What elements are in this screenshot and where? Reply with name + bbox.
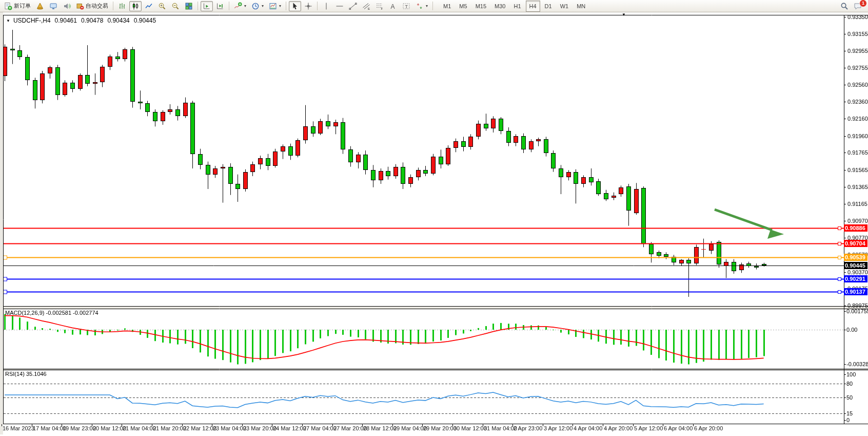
notifications-button[interactable]: 1 [852,1,864,11]
fibonacci-icon: F [376,2,384,10]
auto-scroll-icon [203,2,211,10]
text-icon: A [389,2,397,10]
chart-symbol-period: USDCHF-,H4 [13,17,51,24]
new-order-label: 新订单 [14,2,31,10]
vertical-line-button[interactable] [320,1,332,11]
chevron-down-icon: ▾ [279,4,281,8]
ohlc-high: 0.90478 [81,17,103,24]
crosshair-button[interactable] [302,1,314,11]
macd-label: MACD(12,26,9) -0.002581 -0.002774 [5,310,98,316]
zoom-out-icon [171,2,180,10]
trendline-icon [349,2,357,10]
svg-text:F: F [381,7,383,10]
tile-windows-button[interactable] [183,1,195,11]
chart-shift-icon [216,2,224,10]
ohlc-low: 0.90434 [107,17,129,24]
svg-text:A: A [391,3,395,10]
zoom-in-button[interactable] [156,1,168,11]
line-chart-icon [145,2,153,10]
channel-icon: E [362,2,370,10]
timeframe-button-MN[interactable]: MN [573,1,589,12]
cursor-icon [291,2,299,10]
sound-button[interactable] [61,1,73,11]
chevron-down-icon: ▾ [426,4,428,8]
toolbar-separator [198,2,198,10]
rsi-label: RSI(14) 35.1046 [5,371,47,377]
new-order-button[interactable]: 新订单 [2,1,33,11]
timeframe-button-M15[interactable]: M15 [472,1,490,12]
main-toolbar: 新订单 自动交易 [0,0,868,12]
add-indicator-icon [234,2,242,10]
zoom-out-button[interactable] [169,1,182,11]
fibonacci-button[interactable]: F [373,1,386,11]
chart-shift-button[interactable] [214,1,226,11]
clock-icon [251,2,260,10]
bar-chart-icon [118,2,126,10]
toolbar-separator [432,2,433,10]
text-label-icon: T [402,2,410,10]
timeframe-button-H1[interactable]: H1 [510,1,524,12]
bar-chart-button[interactable] [116,1,128,11]
chevron-down-icon: ▾ [244,4,246,8]
tile-windows-icon [185,2,193,10]
cursor-button[interactable] [289,1,301,11]
timeframe-group: M1M5M15M30H1H4D1W1MN [439,1,589,12]
channel-button[interactable]: E [360,1,372,11]
arrows-button[interactable]: ▾ [413,1,430,11]
time-axis[interactable] [0,424,844,434]
sound-icon [63,2,71,10]
toolbar-separator [286,2,286,10]
price-axis[interactable] [844,15,868,424]
trend-arrow[interactable] [709,204,797,245]
auto-scroll-button[interactable] [201,1,213,11]
timeframe-button-D1[interactable]: D1 [541,1,556,12]
candlestick-chart-icon [131,2,140,10]
candlestick-chart-button[interactable] [129,1,142,11]
funds-button[interactable] [34,1,46,11]
chart-dropdown-icon: ▼ [6,18,10,23]
text-label-button[interactable]: T [400,1,412,11]
template-icon [269,2,277,10]
terminal-button[interactable] [47,1,60,11]
autotrading-label: 自动交易 [86,2,108,10]
trendline-button[interactable] [347,1,359,11]
timeframe-button-M1[interactable]: M1 [440,1,455,12]
horizontal-line-button[interactable] [333,1,346,11]
autotrading-button[interactable]: 自动交易 [74,1,110,11]
svg-text:E: E [368,7,370,10]
period-button[interactable]: ▾ [249,1,266,11]
chart-scroll-marker[interactable]: ▼ [622,12,626,17]
gold-cone-icon [36,2,44,10]
arrows-icon [416,2,424,10]
new-order-icon [4,2,12,10]
ohlc-close: 0.90445 [134,17,156,24]
timeframe-button-M30[interactable]: M30 [491,1,509,12]
horizontal-line-icon [336,2,344,10]
autotrading-icon [76,2,84,10]
toolbar-separator [229,2,229,10]
timeframe-button-M5[interactable]: M5 [456,1,470,12]
crosshair-icon [304,2,312,10]
template-button[interactable]: ▾ [267,1,283,11]
timeframe-button-W1[interactable]: W1 [557,1,573,12]
search-button[interactable] [838,1,851,11]
toolbar-separator [317,2,318,10]
zoom-in-icon [158,2,166,10]
toolbar-separator [113,2,113,10]
search-icon [840,2,849,10]
svg-text:T: T [405,4,408,9]
text-button[interactable]: A [387,1,399,11]
notification-badge: 1 [859,0,867,7]
chart-title[interactable]: ▼ USDCHF-,H4 0.90461 0.90478 0.90434 0.9… [6,17,156,24]
line-chart-button[interactable] [143,1,155,11]
chevron-down-icon: ▾ [262,4,264,8]
ohlc-open: 0.90461 [55,17,77,24]
vertical-line-icon [322,2,330,10]
terminal-icon [49,2,57,10]
timeframe-button-H4[interactable]: H4 [526,1,540,12]
add-indicator-button[interactable]: ▾ [232,1,248,11]
